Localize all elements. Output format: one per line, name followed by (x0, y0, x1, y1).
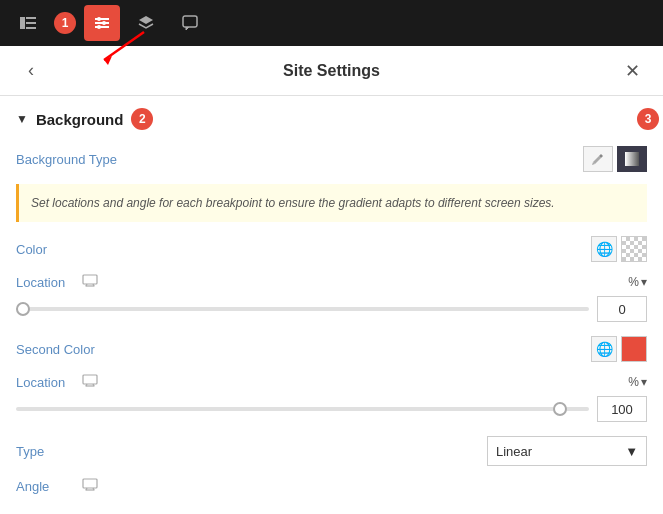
svg-rect-15 (83, 275, 97, 284)
svg-marker-10 (139, 16, 153, 24)
svg-point-7 (97, 17, 101, 21)
location2-slider-value[interactable]: 100 (597, 396, 647, 422)
bg-type-gradient-button[interactable] (617, 146, 647, 172)
second-color-swatch[interactable] (621, 336, 647, 362)
svg-rect-3 (26, 27, 36, 29)
angle-monitor-icon[interactable] (82, 478, 98, 494)
color-swatch[interactable] (621, 236, 647, 262)
section-title: Background (36, 111, 124, 128)
location1-percent-dropdown[interactable]: % ▾ (628, 275, 647, 289)
page-title: Site Settings (46, 62, 617, 80)
color-controls: 🌐 (591, 236, 647, 262)
section-toggle-arrow[interactable]: ▼ (16, 112, 28, 126)
svg-rect-14 (625, 152, 639, 166)
location1-monitor-icon[interactable] (82, 274, 98, 290)
second-color-label: Second Color (16, 342, 95, 357)
background-type-controls (583, 146, 647, 172)
location1-slider-value[interactable]: 0 (597, 296, 647, 322)
badge-3: 3 (637, 108, 659, 130)
location2-label: Location (16, 375, 76, 390)
back-button[interactable]: ‹ (16, 56, 46, 86)
badge-1[interactable]: 1 (54, 12, 76, 34)
svg-rect-19 (83, 375, 97, 384)
second-color-row: Second Color 🌐 (16, 336, 647, 362)
location1-slider-thumb[interactable] (16, 302, 30, 316)
svg-point-9 (97, 25, 101, 29)
svg-rect-1 (26, 17, 36, 19)
second-color-controls: 🌐 (591, 336, 647, 362)
second-color-globe-button[interactable]: 🌐 (591, 336, 617, 362)
location1-label: Location (16, 275, 76, 290)
color-globe-button[interactable]: 🌐 (591, 236, 617, 262)
type-dropdown[interactable]: Linear ▼ (487, 436, 647, 466)
close-button[interactable]: ✕ (617, 56, 647, 86)
site-settings-header: ‹ Site Settings ✕ (0, 46, 663, 96)
location2-monitor-icon[interactable] (82, 374, 98, 390)
layers-icon[interactable] (128, 5, 164, 41)
color-label: Color (16, 242, 47, 257)
location2-slider-row: 100 (16, 396, 647, 422)
svg-rect-23 (83, 479, 97, 488)
location2-slider-thumb[interactable] (553, 402, 567, 416)
settings-sliders-icon[interactable] (84, 5, 120, 41)
type-row: Type Linear ▼ (16, 436, 647, 466)
svg-rect-0 (20, 17, 25, 29)
bg-type-pencil-button[interactable] (583, 146, 613, 172)
content-area: ▼ Background 2 3 Background Type (0, 96, 663, 512)
angle-row: Angle (16, 478, 647, 494)
location2-percent-dropdown[interactable]: % ▾ (628, 375, 647, 389)
location2-slider-track[interactable] (16, 407, 589, 411)
elementor-logo-icon[interactable] (10, 5, 46, 41)
toolbar: 1 (0, 0, 663, 46)
background-type-label: Background Type (16, 152, 117, 167)
location1-slider-track[interactable] (16, 307, 589, 311)
svg-rect-2 (26, 22, 36, 24)
badge-2: 2 (131, 108, 153, 130)
warning-box: Set locations and angle for each breakpo… (16, 184, 647, 222)
svg-point-8 (102, 21, 106, 25)
location2-row: Location % ▾ (16, 374, 647, 390)
background-type-row: Background Type (16, 146, 647, 172)
svg-rect-11 (183, 16, 197, 27)
angle-label: Angle (16, 479, 76, 494)
type-label: Type (16, 444, 44, 459)
location1-row: Location % ▾ (16, 274, 647, 290)
background-section-header: ▼ Background 2 (16, 108, 647, 130)
color-row: Color 🌐 (16, 236, 647, 262)
chat-icon[interactable] (172, 5, 208, 41)
location1-slider-row: 0 (16, 296, 647, 322)
